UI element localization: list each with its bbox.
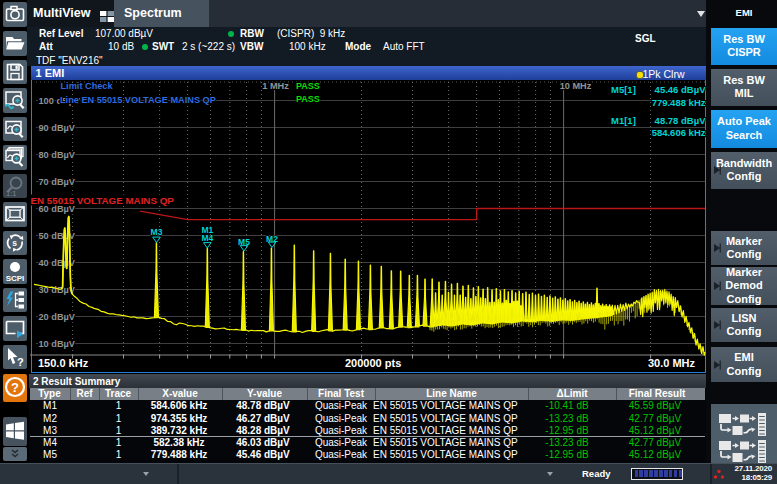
svg-text:Limit Check: Limit Check [61, 81, 114, 91]
svg-text:M3: M3 [151, 227, 163, 237]
svg-text:779.488 kHz: 779.488 kHz [652, 97, 706, 108]
svg-text:?: ? [17, 356, 24, 368]
svg-text:?: ? [11, 380, 19, 395]
svg-text:s: s [12, 238, 17, 248]
svg-text:80 dBµV: 80 dBµV [39, 150, 76, 160]
svg-text:M1[1]: M1[1] [611, 115, 636, 126]
svg-text:SCPI: SCPI [5, 274, 24, 283]
svg-text:1 MHz: 1 MHz [262, 81, 289, 91]
svg-text:M4: M4 [201, 233, 213, 243]
svg-text:PASS: PASS [296, 94, 320, 104]
svg-text:M5: M5 [238, 237, 250, 247]
svg-text:70 dBµV: 70 dBµV [39, 177, 76, 187]
svg-text:EN 55015 VOLTAGE MAINS QP: EN 55015 VOLTAGE MAINS QP [31, 195, 175, 206]
svg-text:20 dBµV: 20 dBµV [39, 312, 76, 322]
svg-text:10 dBµV: 10 dBµV [39, 339, 76, 349]
svg-text:1:1: 1:1 [6, 188, 16, 197]
svg-text:48.78 dBµV: 48.78 dBµV [655, 115, 706, 126]
svg-text:Line EN 55015 VOLTAGE MAINS QP: Line EN 55015 VOLTAGE MAINS QP [60, 95, 216, 105]
svg-text:PASS: PASS [296, 81, 320, 91]
svg-text:90 dBµV: 90 dBµV [39, 123, 76, 133]
svg-text:M5[1]: M5[1] [611, 84, 636, 95]
svg-text:45.46 dBµV: 45.46 dBµV [655, 84, 706, 95]
svg-text:584.606 kHz: 584.606 kHz [652, 127, 706, 138]
svg-text:10 MHz: 10 MHz [560, 81, 592, 91]
